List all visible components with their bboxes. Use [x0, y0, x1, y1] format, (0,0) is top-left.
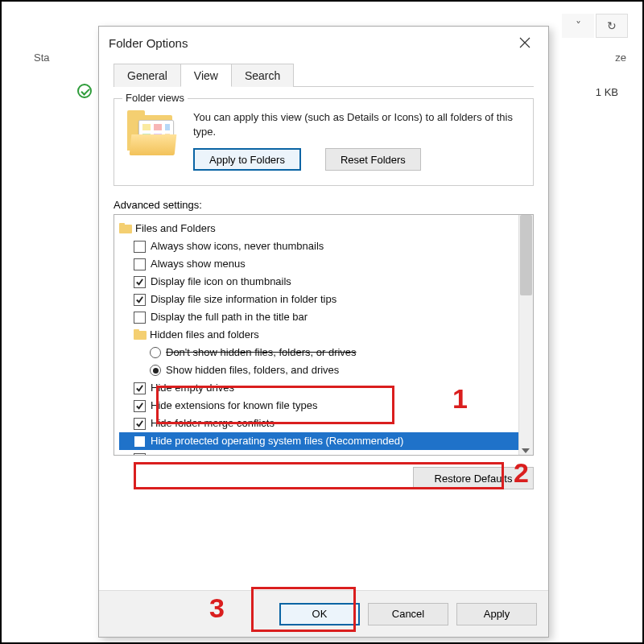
checkbox[interactable]	[134, 312, 146, 324]
opt-show-hidden[interactable]: Show hidden files, folders, and drives	[166, 361, 339, 379]
dialog-title: Folder Options	[109, 36, 188, 50]
opt-file-icon-thumb[interactable]: Display file icon on thumbnails	[151, 273, 291, 291]
opt-hide-empty-drives[interactable]: Hide empty drives	[151, 379, 234, 397]
close-icon[interactable]	[511, 31, 539, 54]
opt-hide-merge-conflicts[interactable]: Hide folder merge conflicts	[151, 415, 275, 432]
status-check-icon	[77, 84, 92, 98]
background-chevron: ˅	[562, 14, 594, 38]
chevron-down-icon[interactable]	[522, 448, 530, 453]
restore-defaults-button[interactable]: Restore Defaults	[413, 467, 534, 489]
opt-file-size-tips[interactable]: Display file size information in folder …	[151, 291, 336, 308]
bg-text-right: ze	[615, 52, 626, 64]
opt-dont-show-hidden[interactable]: Don't show hidden files, folders, or dri…	[166, 344, 357, 361]
folder-views-group: Folder views You can apply this view (su…	[114, 98, 534, 186]
opt-always-icons[interactable]: Always show icons, never thumbnails	[151, 237, 324, 255]
bg-text-left: Sta	[34, 52, 50, 64]
apply-button[interactable]: Apply	[456, 603, 537, 625]
cancel-button[interactable]: Cancel	[368, 603, 448, 625]
checkbox[interactable]	[134, 241, 146, 253]
advanced-settings-label: Advanced settings:	[114, 199, 534, 211]
tree-hidden-group: Hidden files and folders	[150, 326, 259, 344]
checkbox[interactable]	[134, 294, 146, 306]
opt-full-path-title[interactable]: Display the full path in the title bar	[151, 308, 308, 326]
folder-icon	[119, 223, 132, 234]
checkbox[interactable]	[134, 400, 146, 412]
tab-search[interactable]: Search	[231, 64, 294, 87]
radio[interactable]	[150, 365, 161, 376]
apply-to-folders-button[interactable]: Apply to Folders	[193, 148, 301, 171]
opt-always-menus[interactable]: Always show menus	[151, 255, 246, 273]
opt-hide-extensions[interactable]: Hide extensions for known file types	[151, 397, 317, 415]
folder-icon	[134, 329, 147, 341]
checkbox[interactable]	[134, 436, 146, 448]
tree-root: Files and Folders	[135, 220, 216, 237]
scrollbar[interactable]	[518, 215, 533, 455]
folder-views-icon	[126, 110, 182, 159]
checkbox[interactable]	[134, 382, 146, 394]
ok-button[interactable]: OK	[279, 603, 360, 625]
checkbox[interactable]	[134, 276, 146, 288]
tab-view[interactable]: View	[180, 64, 232, 87]
radio[interactable]	[150, 347, 161, 358]
bg-filesize: 1 KB	[596, 86, 618, 98]
group-legend: Folder views	[122, 92, 188, 104]
checkbox[interactable]	[134, 258, 146, 270]
folder-options-dialog: Folder Options General View Search Folde…	[98, 26, 549, 638]
checkbox[interactable]	[134, 453, 146, 456]
advanced-settings-list[interactable]: Files and Folders Always show icons, nev…	[114, 214, 534, 456]
tab-general[interactable]: General	[114, 64, 181, 87]
checkbox[interactable]	[134, 418, 146, 430]
opt-hide-protected-os[interactable]: Hide protected operating system files (R…	[151, 432, 403, 450]
folder-views-text: You can apply this view (such as Details…	[193, 110, 522, 138]
refresh-icon[interactable]: ↻	[596, 14, 628, 38]
reset-folders-button[interactable]: Reset Folders	[325, 148, 421, 171]
